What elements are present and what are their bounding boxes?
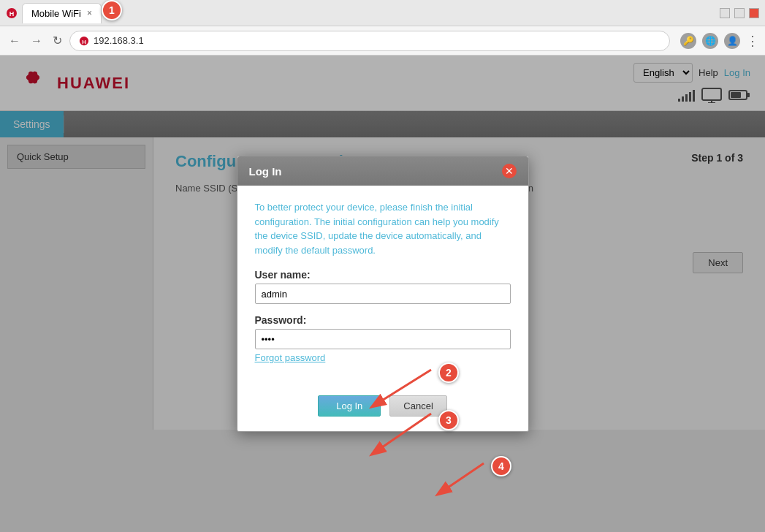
window-controls (720, 8, 759, 18)
address-bar[interactable]: H 192.168.3.1 (69, 31, 670, 51)
profile-icon: 👤 (724, 33, 740, 49)
title-bar: H Mobile WiFi × 1 (0, 0, 765, 26)
login-modal: Log In ✕ To better protect your device, … (237, 156, 529, 432)
address-bar-row: ← → ↻ H 192.168.3.1 🔑 🌐 👤 ⋮ (0, 26, 765, 56)
modal-header: Log In ✕ (237, 156, 528, 186)
favicon-icon: H (6, 7, 18, 19)
modal-footer: Log In Cancel (237, 388, 528, 431)
annotation-badge-1: 1 (102, 0, 122, 20)
toolbar-icons: 🔑 🌐 👤 ⋮ (680, 33, 759, 49)
login-button[interactable]: Log In (318, 395, 381, 417)
modal-body: To better protect your device, please fi… (237, 186, 528, 388)
modal-title: Log In (249, 165, 282, 178)
modal-info-text: To better protect your device, please fi… (255, 200, 511, 257)
minimize-button[interactable] (720, 8, 730, 18)
url-text: 192.168.3.1 (94, 35, 144, 46)
reload-button[interactable]: ↻ (50, 31, 65, 50)
translate-icon: 🌐 (702, 33, 718, 49)
svg-text:H: H (9, 10, 15, 18)
password-group: Password: Forgot password (255, 314, 511, 363)
cancel-button[interactable]: Cancel (389, 395, 446, 417)
svg-text:H: H (82, 38, 86, 45)
username-group: User name: (255, 269, 511, 304)
browser-tab[interactable]: Mobile WiFi × (22, 3, 102, 23)
address-favicon: H (79, 36, 89, 46)
forward-button[interactable]: → (28, 31, 45, 50)
key-icon: 🔑 (680, 33, 696, 49)
password-input[interactable] (255, 329, 511, 349)
forgot-password-link[interactable]: Forgot password (255, 352, 511, 363)
username-input[interactable] (255, 284, 511, 304)
modal-close-button[interactable]: ✕ (502, 164, 517, 178)
username-label: User name: (255, 269, 511, 281)
password-label: Password: (255, 314, 511, 326)
menu-icon[interactable]: ⋮ (746, 33, 759, 49)
modal-overlay: Log In ✕ To better protect your device, … (0, 56, 765, 532)
tab-close-button[interactable]: × (87, 8, 92, 18)
browser-window: H Mobile WiFi × 1 ← → ↻ H 192.168.3.1 (0, 0, 765, 532)
page-content: HUAWEI English Help Log In (0, 56, 765, 532)
tab-title: Mobile WiFi (31, 8, 81, 19)
back-button[interactable]: ← (6, 31, 23, 50)
close-button[interactable] (749, 8, 759, 18)
maximize-button[interactable] (734, 8, 745, 18)
